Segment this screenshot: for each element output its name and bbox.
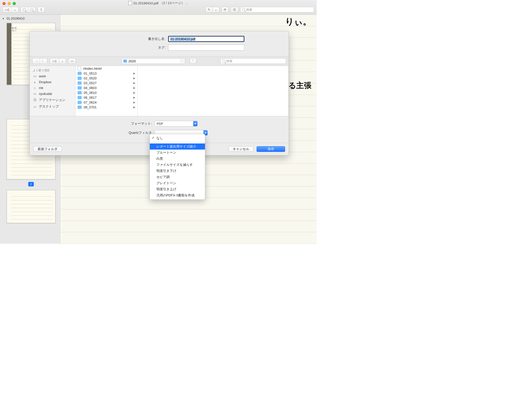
zoom-in-button[interactable] bbox=[28, 7, 36, 12]
current-page-badge: 2 bbox=[28, 182, 34, 186]
minimize-window-button[interactable] bbox=[8, 2, 11, 5]
folder-icon bbox=[78, 72, 82, 75]
folder-icon: ▭ bbox=[33, 92, 37, 96]
menu-item[interactable]: ファイルサイズを減らす bbox=[150, 162, 205, 168]
doc-handwriting-2: る主張 bbox=[288, 80, 312, 91]
sidebar-item-home[interactable]: ⌂mk bbox=[30, 85, 75, 91]
favorites-header: よく使う項目 bbox=[30, 67, 75, 73]
tag-field[interactable] bbox=[168, 45, 244, 51]
cancel-button[interactable]: キャンセル bbox=[228, 146, 254, 152]
browser-search-placeholder: 検索 bbox=[226, 59, 232, 63]
favorites-sidebar: よく使う項目 ▭work ⬧Dropbox ⌂mk ▭syukudai Ⓐアプリ… bbox=[30, 66, 76, 116]
search-icon bbox=[222, 60, 225, 63]
folder-item[interactable]: 07_0624▶ bbox=[76, 100, 137, 105]
view-mode-button[interactable]: ▭▯ bbox=[50, 58, 59, 64]
folder-icon bbox=[78, 101, 82, 104]
folder-item[interactable]: 08_0701▶ bbox=[76, 105, 137, 110]
toolbar-search-field[interactable]: 検索 bbox=[240, 7, 314, 12]
sidebar-filename: 01-20190410 bbox=[7, 17, 25, 20]
doc-handwriting-1: りぃ。 bbox=[285, 16, 312, 27]
export-name-field[interactable] bbox=[168, 36, 244, 42]
chevron-right-icon: ▶ bbox=[133, 106, 135, 109]
nav-back-button[interactable]: 〈 bbox=[32, 58, 40, 64]
collapse-browser-button[interactable]: ˄ bbox=[190, 58, 196, 64]
folder-icon bbox=[123, 60, 127, 63]
sidebar-item-applications[interactable]: Ⓐアプリケーション bbox=[30, 97, 75, 103]
page-thumbnail-3[interactable] bbox=[7, 190, 55, 223]
browser-column-1: #index.html# 01_0513▶ 02_0520▶ 03_0527▶ … bbox=[76, 66, 138, 116]
file-item[interactable]: #index.html# bbox=[76, 66, 137, 71]
folder-item[interactable]: 03_0527▶ bbox=[76, 81, 137, 85]
browser-column-2 bbox=[138, 66, 289, 116]
window-page-indicator: （2 / 11ページ） bbox=[160, 1, 185, 5]
quartz-filter-menu: なし レポート提出用サイズ縮小 ブルートーン 白黒 ファイルサイズを減らす 明度… bbox=[150, 134, 205, 200]
folder-icon: ▭ bbox=[33, 105, 37, 108]
title-menu-chevron-icon[interactable]: ⌄ bbox=[186, 2, 188, 5]
menu-item[interactable]: 明度引き上げ bbox=[150, 186, 205, 192]
sidebar-item-work[interactable]: ▭work bbox=[30, 73, 75, 79]
zoom-window-button[interactable] bbox=[13, 2, 16, 5]
new-folder-button[interactable]: 新規フォルダ bbox=[33, 146, 62, 152]
quartz-filter-label: Quartzフィルタ bbox=[30, 130, 152, 135]
close-window-button[interactable] bbox=[3, 2, 6, 5]
applications-icon: Ⓐ bbox=[33, 98, 37, 102]
location-label: 2020 bbox=[128, 59, 136, 63]
folder-icon bbox=[78, 106, 82, 109]
sidebar-item-dropbox[interactable]: ⬧Dropbox bbox=[30, 79, 75, 85]
save-button[interactable]: 保存 bbox=[257, 146, 285, 152]
tag-label: タグ: bbox=[74, 45, 166, 50]
dropbox-icon: ⬧ bbox=[33, 80, 37, 84]
menu-item[interactable]: 白黒 bbox=[150, 156, 205, 162]
titlebar: 01-20190410.pdf （2 / 11ページ） ⌄ ▭▯ ⌄ ⇧ ✎ ⌄… bbox=[0, 0, 317, 15]
chevron-right-icon: ▶ bbox=[133, 72, 135, 75]
menu-item-report-shrink[interactable]: レポート提出用サイズ縮小 bbox=[150, 143, 205, 150]
menu-item[interactable]: 汎用のPDFX-3書類を作成 bbox=[150, 192, 205, 198]
chevron-right-icon: ▶ bbox=[133, 77, 135, 80]
location-popup[interactable]: 2020 ▲▼ bbox=[122, 58, 185, 64]
menu-item[interactable]: 明度引き下げ bbox=[150, 168, 205, 174]
folder-icon bbox=[78, 96, 82, 99]
folder-icon: ▭ bbox=[33, 75, 37, 78]
chevron-right-icon: ▶ bbox=[133, 81, 135, 85]
folder-icon bbox=[78, 81, 82, 85]
sidebar-toggle-button[interactable]: ▭▯ bbox=[3, 7, 12, 12]
share-button[interactable]: ⇧ bbox=[38, 7, 45, 12]
sidebar-menu-button[interactable]: ⌄ bbox=[12, 7, 19, 12]
stepper-icon bbox=[193, 121, 197, 126]
format-label: フォーマット: bbox=[30, 121, 152, 126]
folder-icon bbox=[78, 77, 82, 80]
folder-item[interactable]: 04_0603▶ bbox=[76, 85, 137, 90]
markup-menu-button[interactable]: ⌄ bbox=[213, 7, 219, 12]
folder-item[interactable]: 02_0520▶ bbox=[76, 76, 137, 81]
folder-icon bbox=[78, 91, 82, 94]
view-mode-menu-button[interactable]: ⌄ bbox=[59, 58, 66, 64]
rotate-button[interactable]: ⟳ bbox=[221, 7, 229, 12]
folder-icon bbox=[78, 86, 82, 90]
sidebar-item-desktop[interactable]: ▭デスクトップ bbox=[30, 103, 75, 110]
export-name-label: 書き出し名: bbox=[74, 37, 166, 41]
menu-separator bbox=[150, 142, 205, 142]
zoom-out-button[interactable] bbox=[21, 7, 28, 12]
group-button[interactable]: ▭ bbox=[68, 58, 76, 64]
folder-item[interactable]: 01_0513▶ bbox=[76, 71, 137, 76]
toolbar-search-placeholder: 検索 bbox=[246, 8, 252, 12]
document-icon bbox=[128, 1, 132, 5]
format-select[interactable]: PDF bbox=[154, 121, 198, 126]
chevron-right-icon: ▶ bbox=[133, 96, 135, 99]
chevron-right-icon: ▶ bbox=[133, 91, 135, 94]
markup-button[interactable]: ✎ bbox=[205, 7, 213, 12]
highlight-button[interactable]: Ⓐ bbox=[231, 7, 238, 12]
disclosure-triangle-icon[interactable]: ▼ bbox=[2, 17, 5, 20]
format-value: PDF bbox=[157, 122, 163, 126]
menu-item[interactable]: ブルートーン bbox=[150, 150, 205, 156]
nav-forward-button[interactable]: 〉 bbox=[40, 58, 47, 64]
home-icon: ⌂ bbox=[33, 86, 37, 90]
menu-item[interactable]: グレイトーン bbox=[150, 180, 205, 186]
sidebar-item-syukudai[interactable]: ▭syukudai bbox=[30, 91, 75, 97]
folder-item[interactable]: 05_0610▶ bbox=[76, 90, 137, 95]
window-title: 01-20190410.pdf bbox=[134, 1, 158, 5]
menu-item-none[interactable]: なし bbox=[150, 135, 205, 141]
folder-item[interactable]: 06_0617▶ bbox=[76, 95, 137, 100]
browser-search-field[interactable]: 検索 bbox=[220, 58, 286, 64]
menu-item[interactable]: セピア調 bbox=[150, 174, 205, 180]
